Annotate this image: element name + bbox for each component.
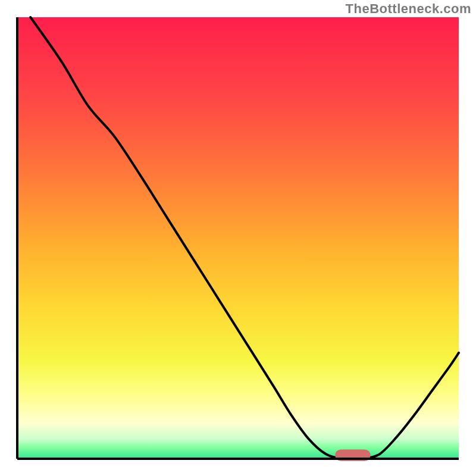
bottleneck-chart <box>0 0 476 476</box>
watermark-text: TheBottleneck.com <box>346 1 471 17</box>
plot-background <box>17 17 459 459</box>
chart-container: TheBottleneck.com <box>0 0 476 476</box>
